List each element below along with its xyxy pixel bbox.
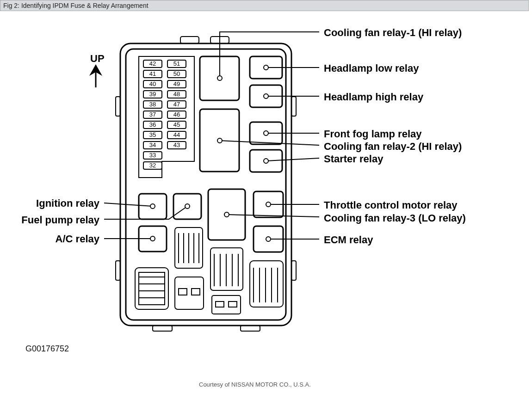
svg-rect-43	[212, 295, 241, 314]
svg-point-52	[217, 76, 222, 80]
up-arrow-icon: UP	[89, 53, 105, 87]
fuse-number: 39	[149, 91, 156, 98]
fuse-number: 34	[149, 141, 156, 148]
svg-rect-2	[180, 37, 199, 43]
fuse-number: 35	[149, 131, 156, 138]
svg-point-59	[224, 212, 229, 217]
fuse-number: 51	[173, 60, 180, 67]
fuse-number: 49	[173, 80, 180, 87]
label-front-fog: Front fog lamp relay	[324, 128, 421, 140]
fuse-number: 42	[149, 60, 156, 67]
svg-rect-1	[126, 49, 286, 320]
label-throttle: Throttle control motor relay	[324, 199, 457, 211]
svg-rect-34	[175, 277, 204, 309]
svg-point-57	[264, 159, 268, 163]
fuse-number: 41	[149, 70, 156, 77]
svg-point-56	[217, 138, 222, 143]
svg-point-61	[150, 204, 155, 209]
credit-line: Courtesy of NISSAN MOTOR CO., U.S.A.	[199, 381, 311, 388]
up-label: UP	[90, 53, 105, 64]
fuse-number: 37	[149, 111, 156, 118]
svg-point-53	[264, 65, 268, 70]
fuse-number: 33	[149, 152, 156, 159]
svg-point-63	[150, 236, 155, 241]
label-starter: Starter relay	[324, 153, 383, 165]
svg-point-55	[264, 131, 268, 135]
fuse-number: 46	[173, 111, 180, 118]
svg-rect-35	[179, 289, 187, 295]
label-ecm: ECM relay	[324, 234, 373, 246]
label-headlamp-low: Headlamp low relay	[324, 62, 419, 74]
label-fuel-pump: Fuel pump relay	[21, 214, 99, 226]
svg-point-62	[185, 204, 190, 209]
svg-rect-46	[250, 261, 283, 307]
label-cooling-fan-1: Cooling fan relay-1 (HI relay)	[324, 27, 462, 39]
svg-point-54	[264, 94, 268, 98]
svg-rect-8	[153, 326, 172, 331]
svg-rect-36	[192, 289, 200, 295]
svg-point-58	[266, 202, 271, 207]
fuse-number: 44	[173, 131, 180, 138]
fuse-number: 50	[173, 70, 180, 77]
label-ignition: Ignition relay	[36, 197, 99, 209]
svg-rect-45	[229, 301, 237, 307]
fuse-number: 47	[173, 101, 180, 108]
svg-rect-44	[216, 301, 224, 307]
figure-id: G00176752	[25, 344, 69, 354]
fuse-number: 36	[149, 121, 156, 128]
label-ac: A/C relay	[56, 233, 99, 245]
fuse-block: 4241403938373635343332515049484746454443	[143, 60, 186, 169]
label-cooling-fan-2: Cooling fan relay-2 (HI relay)	[324, 141, 462, 153]
label-cooling-fan-3: Cooling fan relay-3 (LO relay)	[324, 212, 466, 224]
svg-rect-22	[135, 268, 168, 309]
page: Fig 2: Identifying IPDM Fuse & Relay Arr…	[0, 0, 532, 406]
fuse-number: 43	[173, 141, 180, 148]
fuse-number: 48	[173, 91, 180, 98]
diagram-canvas: .stk{fill:none;stroke:#000;stroke-width:…	[0, 11, 532, 400]
fuse-number: 45	[173, 121, 180, 128]
fuse-number: 38	[149, 101, 156, 108]
label-headlamp-high: Headlamp high relay	[324, 91, 423, 103]
window-titlebar: Fig 2: Identifying IPDM Fuse & Relay Arr…	[0, 0, 529, 11]
fuse-number: 32	[149, 162, 156, 169]
fuse-number: 40	[149, 80, 156, 87]
svg-rect-9	[241, 326, 260, 331]
svg-point-60	[266, 237, 271, 241]
window-title: Fig 2: Identifying IPDM Fuse & Relay Arr…	[3, 2, 148, 9]
